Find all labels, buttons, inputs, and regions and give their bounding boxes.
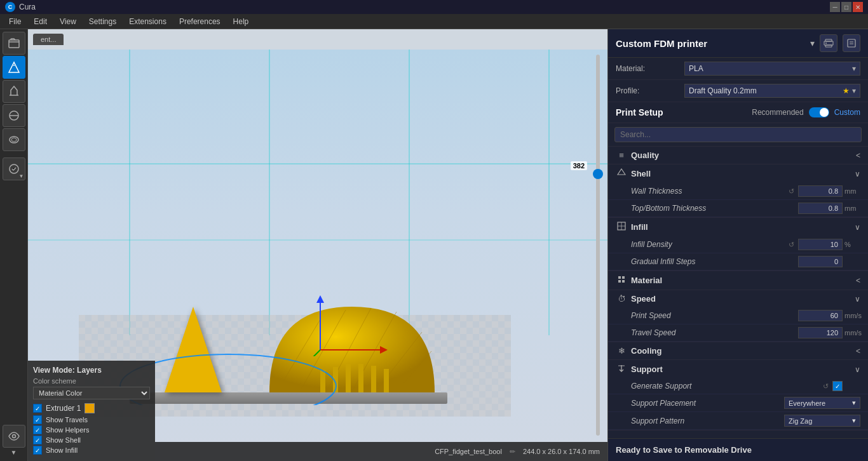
support-button[interactable]: [3, 80, 25, 103]
profile-dropdown[interactable]: Draft Quality 0.2mm ★ ▾: [684, 84, 860, 98]
viewport-tab[interactable]: ent...: [33, 34, 64, 45]
support-placement-value: Everywhere: [789, 399, 825, 407]
titlebar-controls[interactable]: ─ □ ✕: [830, 2, 863, 12]
travel-speed-input[interactable]: [798, 327, 843, 338]
show-travels-checkbox[interactable]: ✓: [33, 415, 42, 424]
settings-search-input[interactable]: [614, 127, 862, 142]
layer-slider-track[interactable]: 382: [596, 55, 600, 436]
recommended-toggle[interactable]: [809, 107, 829, 117]
open-file-button[interactable]: [3, 32, 25, 55]
support-pattern-label: Support Pattern: [631, 417, 784, 425]
show-travels-label: Show Travels: [46, 416, 88, 424]
minimize-button[interactable]: ─: [830, 2, 840, 12]
search-bar: [608, 123, 868, 147]
wall-thickness-reset-icon[interactable]: ↺: [789, 187, 794, 196]
wall-thickness-input[interactable]: [798, 185, 843, 197]
menubar: File Edit View Settings Extensions Prefe…: [0, 14, 868, 29]
show-infill-checkbox[interactable]: ✓: [33, 446, 42, 455]
topbottom-thickness-label: Top/Bottom Thickness: [631, 204, 798, 213]
extruder-checkbox[interactable]: ✓: [33, 404, 42, 413]
support-section-header[interactable]: Support ∨: [608, 360, 868, 378]
generate-support-checkbox[interactable]: ✓: [832, 381, 843, 391]
svg-point-38: [825, 43, 827, 44]
support-placement-dropdown[interactable]: Everywhere ▾: [784, 397, 860, 409]
topbottom-thickness-row: Top/Bottom Thickness mm: [608, 200, 868, 217]
show-travels-row: ✓ Show Travels: [33, 415, 150, 424]
speed-section: ⏱ Speed ∨ Print Speed mm/s Travel Speed …: [608, 290, 868, 342]
show-shell-checkbox[interactable]: ✓: [33, 436, 42, 444]
show-helpers-checkbox[interactable]: ✓: [33, 425, 42, 434]
menu-edit[interactable]: Edit: [27, 16, 53, 27]
quality-icon: ≡: [616, 150, 627, 160]
viewport[interactable]: ent... X mm Y mm Z mm: [28, 29, 607, 461]
quality-section-title: Quality: [631, 150, 856, 160]
titlebar: C Cura ─ □ ✕: [0, 0, 868, 14]
close-button[interactable]: ✕: [853, 2, 863, 12]
menu-settings[interactable]: Settings: [83, 16, 123, 27]
cooling-section-header[interactable]: ❄ Cooling <: [608, 342, 868, 359]
gradual-infill-input[interactable]: [798, 256, 843, 267]
custom-label[interactable]: Custom: [834, 108, 860, 117]
quality-section-header[interactable]: ≡ Quality <: [608, 147, 868, 164]
edit-icon[interactable]: ✏: [510, 448, 515, 456]
support-section-icon: [616, 364, 627, 375]
eye-button[interactable]: [3, 425, 25, 448]
viewport-topbar: ent...: [28, 29, 607, 50]
support-pattern-value: Zig Zag: [789, 417, 812, 425]
shell-section-header[interactable]: Shell ∨: [608, 164, 868, 183]
support-chevron-icon: ∨: [855, 365, 860, 374]
menu-preferences[interactable]: Preferences: [173, 16, 227, 27]
material-section: Material <: [608, 271, 868, 290]
material-dropdown-arrow: ▾: [852, 64, 856, 73]
material-dropdown[interactable]: PLA ▾: [684, 62, 860, 76]
infill-density-unit: %: [844, 241, 860, 248]
printer-profile-icon[interactable]: [843, 34, 860, 52]
svg-point-6: [12, 435, 15, 438]
print-speed-input[interactable]: [798, 310, 843, 321]
cooling-section-title: Cooling: [631, 346, 856, 356]
profile-star-icon: ★: [843, 86, 850, 95]
profile-dropdown-arrow: ▾: [852, 86, 856, 95]
cooling-chevron-icon: <: [856, 347, 860, 356]
print-setup-title: Print Setup: [616, 107, 663, 117]
show-shell-row: ✓ Show Shell: [33, 436, 150, 444]
profile-value: Draft Quality 0.2mm: [689, 86, 843, 95]
slice-button[interactable]: [3, 104, 25, 127]
menu-view[interactable]: View: [53, 16, 83, 27]
infill-density-input[interactable]: [798, 239, 843, 250]
material-section-header[interactable]: Material <: [608, 271, 868, 290]
gradual-infill-label: Gradual Infill Steps: [631, 257, 798, 266]
maximize-button[interactable]: □: [841, 2, 851, 12]
app-logo: C: [5, 2, 15, 12]
print-speed-label: Print Speed: [631, 311, 798, 320]
speed-section-header[interactable]: ⏱ Speed ∨: [608, 290, 868, 307]
infill-density-reset-icon[interactable]: ↺: [789, 241, 794, 249]
layer-view-button[interactable]: [3, 128, 25, 151]
printer-dropdown-arrow[interactable]: ▾: [810, 38, 815, 48]
support-section-title: Support: [631, 364, 855, 374]
expand-icon[interactable]: ▼: [11, 449, 17, 456]
infill-density-row: Infill Density ↺ %: [608, 236, 868, 253]
show-shell-label: Show Shell: [46, 436, 81, 444]
svg-point-4: [11, 138, 17, 142]
color-scheme-select[interactable]: Material Color: [33, 387, 150, 399]
infill-section-header[interactable]: Infill ∨: [608, 218, 868, 236]
printer-settings-icon[interactable]: [820, 34, 837, 52]
topbottom-thickness-unit: mm: [844, 204, 860, 212]
menu-file[interactable]: File: [3, 16, 27, 27]
generate-support-reset-icon[interactable]: ↺: [823, 382, 829, 391]
layer-slider-handle[interactable]: [593, 169, 603, 179]
extruder-label: Extruder 1: [46, 404, 81, 413]
menu-help[interactable]: Help: [227, 16, 255, 27]
support-pattern-dropdown[interactable]: Zig Zag ▾: [784, 415, 860, 427]
checkbox-checkmark-icon: ✓: [835, 383, 840, 390]
material-value: PLA: [689, 64, 852, 73]
layers-active-button[interactable]: ▼: [3, 157, 25, 180]
menu-extensions[interactable]: Extensions: [123, 16, 173, 27]
layer-slider: 382: [596, 55, 600, 436]
topbottom-thickness-input[interactable]: [798, 203, 843, 214]
print-speed-unit: mm/s: [844, 312, 860, 319]
model-dimensions: 244.0 x 26.0 x 174.0 mm: [523, 448, 600, 455]
prepare-button[interactable]: [3, 56, 25, 79]
svg-marker-42: [618, 169, 625, 175]
